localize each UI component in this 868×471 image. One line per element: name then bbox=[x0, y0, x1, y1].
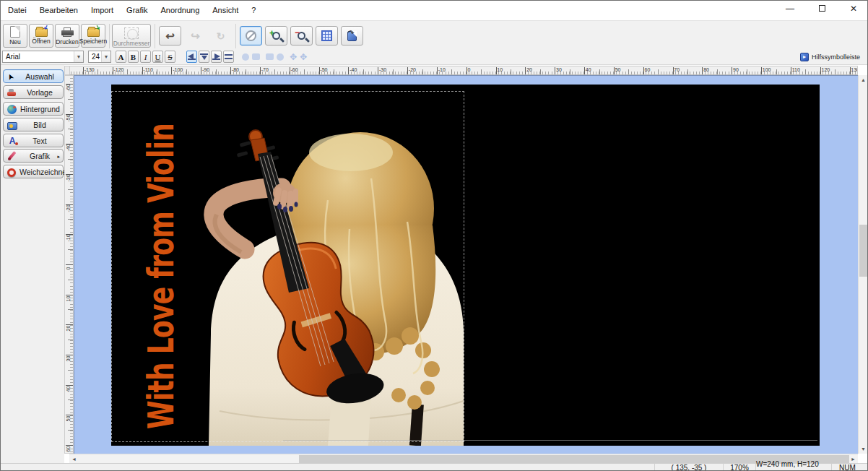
diameter-icon bbox=[124, 27, 139, 39]
chevron-down-icon: ▼ bbox=[74, 51, 83, 62]
ungroup-icon bbox=[252, 53, 260, 60]
sidebar-label: Text bbox=[21, 137, 63, 145]
sidebar-item-text[interactable]: A Text bbox=[3, 134, 64, 147]
menu-datei[interactable]: Datei bbox=[6, 5, 28, 15]
ruler-label: -80 bbox=[232, 67, 239, 72]
ruler-label: 0 bbox=[66, 262, 71, 276]
ruler-label: -120 bbox=[114, 67, 124, 72]
help-toolbar-button[interactable]: ▸ Hilfssymbolleiste bbox=[797, 51, 863, 63]
align-left-button[interactable] bbox=[186, 51, 197, 63]
ruler-label: 110 bbox=[792, 67, 800, 72]
ruler-label: 40 bbox=[586, 67, 591, 72]
new-button[interactable]: Neu bbox=[3, 24, 27, 48]
print-button[interactable]: Drucken bbox=[55, 24, 79, 48]
save-folder-icon bbox=[87, 28, 100, 37]
font-family-select[interactable]: Arial ▼ bbox=[2, 51, 84, 63]
menubar: Datei Bearbeiten Import Grafik Anordnung… bbox=[6, 5, 257, 15]
font-color-button[interactable]: A bbox=[116, 51, 126, 63]
help-toolbar-label: Hilfssymbolleiste bbox=[812, 53, 860, 61]
scroll-up-icon[interactable]: ▲ bbox=[859, 75, 868, 85]
status-bar: ( 135, -35 ) 170% W=240 mm, H=120 mm NUM bbox=[1, 463, 868, 471]
open-button[interactable]: Öffnen bbox=[29, 24, 53, 48]
font-toolbar: Arial ▼ 24 ▼ A B I U S ✥ ✥ ▸ Hilfs bbox=[1, 49, 867, 65]
sidebar-item-weichzeichnen[interactable]: Weichzeichnen bbox=[3, 165, 64, 178]
zoom-out-icon bbox=[298, 32, 305, 40]
sidebar-label: Vorlage bbox=[21, 88, 63, 97]
scroll-down-icon[interactable]: ▼ bbox=[859, 444, 868, 454]
design-page[interactable]: With Love from Violin bbox=[111, 85, 820, 446]
ruler-label: -60 bbox=[66, 80, 71, 95]
menu-help[interactable]: ? bbox=[250, 5, 257, 15]
ruler-label: 120 bbox=[821, 67, 830, 72]
ruler-label: 20 bbox=[66, 321, 71, 336]
ruler-label: 60 bbox=[644, 67, 650, 72]
menu-ansicht[interactable]: Ansicht bbox=[211, 5, 240, 15]
menu-import[interactable]: Import bbox=[90, 5, 115, 15]
ruler-label: -130 bbox=[84, 67, 95, 72]
maximize-button[interactable] bbox=[814, 4, 830, 14]
sidebar-item-vorlage[interactable]: Vorlage bbox=[3, 85, 64, 99]
help-toolbar-icon: ▸ bbox=[800, 53, 809, 61]
bold-button[interactable]: B bbox=[128, 51, 139, 63]
vertical-scroll-thumb[interactable] bbox=[859, 225, 867, 277]
sidebar-item-grafik[interactable]: Grafik ▸ bbox=[3, 149, 64, 163]
underline-button[interactable]: U bbox=[152, 51, 163, 63]
align-right-button[interactable] bbox=[211, 51, 222, 63]
italic-button[interactable]: I bbox=[140, 51, 151, 63]
horizontal-scrollbar[interactable]: ◄ ► bbox=[69, 454, 858, 463]
sidebar-item-auswahl[interactable]: Auswahl bbox=[3, 69, 64, 83]
menu-grafik[interactable]: Grafik bbox=[125, 5, 149, 15]
grid-button[interactable] bbox=[316, 26, 338, 46]
align-middle-button[interactable] bbox=[223, 51, 234, 63]
align-middle-icon bbox=[225, 53, 233, 60]
ruler-label: -100 bbox=[173, 67, 183, 72]
vertical-scrollbar[interactable]: ▲ ▼ bbox=[858, 75, 867, 454]
sidebar-label: Bild bbox=[21, 121, 63, 129]
zoom-original-button[interactable] bbox=[240, 26, 262, 46]
sidebar-item-hintergrund[interactable]: Hintergrund bbox=[3, 102, 64, 116]
align-top-button[interactable] bbox=[199, 51, 209, 63]
fit-page-icon bbox=[347, 31, 357, 41]
group-icon bbox=[242, 53, 249, 61]
align-top-icon bbox=[200, 53, 208, 60]
ruler-label: 40 bbox=[66, 381, 71, 396]
diameter-label: Durchmesser bbox=[113, 40, 150, 47]
vertical-ruler: -60-50-40-30-20-100102030405060 bbox=[64, 75, 74, 454]
horizontal-ruler: -130-120-110-100-90-80-70-60-50-40-30-20… bbox=[69, 66, 858, 75]
menu-bearbeiten[interactable]: Bearbeiten bbox=[38, 5, 79, 15]
sidebar-label: Grafik bbox=[21, 152, 63, 160]
minimize-button[interactable]: — bbox=[782, 4, 798, 14]
status-num-lock: NUM bbox=[831, 464, 868, 471]
ruler-label: 100 bbox=[763, 67, 771, 72]
maximize-icon bbox=[819, 5, 825, 12]
ruler-label: -110 bbox=[143, 67, 153, 72]
move-horizontal-icon: ✥ bbox=[290, 52, 297, 62]
ruler-label: -50 bbox=[66, 111, 71, 125]
canvas-workspace[interactable]: With Love from Violin bbox=[74, 75, 858, 454]
align-right-icon bbox=[212, 53, 220, 60]
sidebar-item-bild[interactable]: Bild bbox=[3, 118, 64, 131]
fit-page-button[interactable] bbox=[341, 26, 363, 46]
ruler-label: 50 bbox=[615, 67, 621, 72]
ruler-label: 20 bbox=[526, 67, 532, 72]
ruler-label: 10 bbox=[497, 67, 503, 72]
zoom-out-button[interactable] bbox=[290, 26, 313, 46]
align-left-icon bbox=[188, 53, 196, 60]
menu-anordnung[interactable]: Anordnung bbox=[159, 5, 201, 15]
font-size-select[interactable]: 24 ▼ bbox=[88, 51, 111, 63]
ruler-label: -40 bbox=[66, 141, 71, 155]
toolbar-separator bbox=[235, 24, 236, 48]
close-button[interactable]: ✕ bbox=[846, 4, 862, 14]
strikethrough-button[interactable]: S bbox=[165, 51, 175, 63]
text-icon: A bbox=[7, 136, 17, 146]
selection-marquee[interactable] bbox=[111, 91, 464, 442]
status-zoom-level: 170% bbox=[723, 464, 755, 471]
save-button[interactable]: Speichern bbox=[81, 24, 105, 48]
zoom-in-button[interactable] bbox=[265, 26, 287, 46]
printer-icon bbox=[61, 27, 74, 38]
ruler-label: 60 bbox=[66, 442, 71, 454]
title-strip: Datei Bearbeiten Import Grafik Anordnung… bbox=[1, 1, 867, 20]
grid-icon bbox=[321, 30, 332, 41]
main-toolbar: Neu Öffnen Drucken Speichern Durchmesser… bbox=[1, 20, 867, 49]
undo-button[interactable]: ↩ bbox=[159, 26, 181, 46]
